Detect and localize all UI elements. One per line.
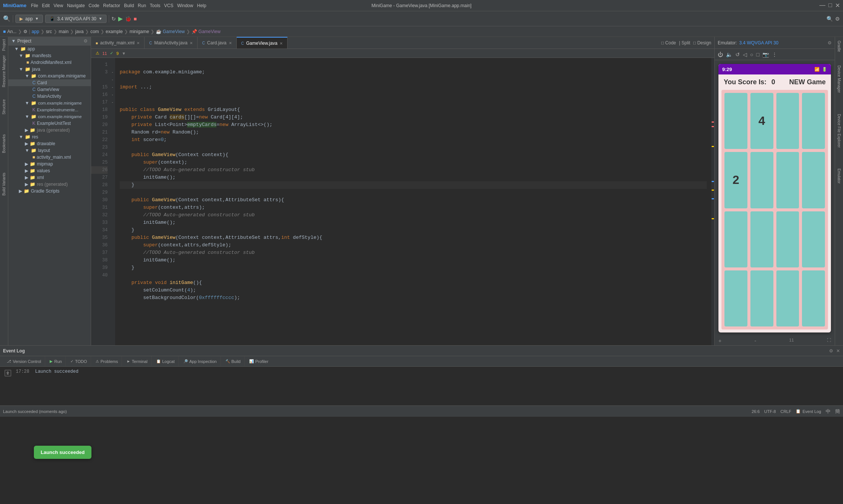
bottom-tab-todo[interactable]: ✓ TODO xyxy=(67,356,91,367)
cell-3-0[interactable] xyxy=(724,270,747,326)
tree-item-gradle[interactable]: ▶ 📁 Gradle Scripts xyxy=(8,188,91,194)
back-btn[interactable]: ◁ xyxy=(743,52,747,58)
crumb-src[interactable]: src xyxy=(46,29,52,34)
menu-vcs[interactable]: VCS xyxy=(164,3,173,8)
settings-button[interactable]: ⚙ xyxy=(835,16,840,22)
zoom-out-icon[interactable]: - xyxy=(755,338,756,344)
screenshot-btn[interactable]: 📷 xyxy=(762,52,769,58)
rotate-btn[interactable]: ↺ xyxy=(735,52,740,58)
cell-1-2[interactable] xyxy=(776,152,799,208)
menu-view[interactable]: View xyxy=(53,3,63,8)
cell-1-0[interactable]: 2 xyxy=(724,152,747,208)
cell-2-3[interactable] xyxy=(802,211,825,267)
tree-item-mainactivity[interactable]: C MainActivity xyxy=(8,93,91,100)
cell-0-1[interactable]: 4 xyxy=(750,93,773,149)
resource-manager-btn[interactable]: Resource Manager xyxy=(1,53,7,90)
breadcrumb-settings[interactable]: ⚙ xyxy=(23,29,27,34)
tree-item-package1[interactable]: ▼ 📁 com.example.minigame xyxy=(8,73,91,79)
tree-item-res[interactable]: ▼ 📁 res xyxy=(8,134,91,140)
build-variants-btn[interactable]: Build Variants xyxy=(1,170,7,198)
run-button[interactable]: ▶ xyxy=(118,15,123,22)
new-game-button[interactable]: NEW Game xyxy=(789,78,826,86)
menu-build[interactable]: Build xyxy=(124,3,134,8)
sync-button[interactable]: ↻ xyxy=(111,16,116,22)
tree-item-activity-xml[interactable]: ■ activity_main.xml xyxy=(8,154,91,161)
tab-mainactivity[interactable]: C MainActivity.java ✕ xyxy=(145,37,198,49)
crumb-java[interactable]: java xyxy=(75,29,84,34)
design-view-btn[interactable]: □ Design xyxy=(693,40,711,46)
menu-file[interactable]: File xyxy=(31,3,38,8)
tree-item-java[interactable]: ▼ 📁 java xyxy=(8,66,91,73)
menu-help[interactable]: Help xyxy=(197,3,206,8)
tree-item-androidmanifest[interactable]: ■ AndroidManifest.xml xyxy=(8,59,91,66)
tree-item-java-generated[interactable]: ▶ 📁 java (generated) xyxy=(8,127,91,134)
device-manager-btn[interactable]: Device Manager xyxy=(836,63,842,95)
tree-item-drawable[interactable]: ▶ 📁 drawable xyxy=(8,140,91,147)
bottom-tab-problems[interactable]: ⚠ Problems xyxy=(92,356,122,367)
menu-edit[interactable]: Edit xyxy=(42,3,50,8)
bottom-tab-terminal[interactable]: ► Terminal xyxy=(123,356,151,367)
fit-icon[interactable]: 11 xyxy=(789,338,794,344)
cell-3-2[interactable] xyxy=(776,270,799,326)
tree-item-xml-folder[interactable]: ▶ 📁 xml xyxy=(8,174,91,181)
event-log-status[interactable]: 📋 Event Log xyxy=(796,409,821,414)
close-button[interactable]: ✕ xyxy=(835,2,840,9)
crumb-com[interactable]: com xyxy=(90,29,99,34)
tab-close-gameview[interactable]: ✕ xyxy=(280,41,283,46)
zoom-in-icon[interactable]: + xyxy=(718,338,721,344)
tree-item-mipmap[interactable]: ▶ 📁 mipmap xyxy=(8,161,91,167)
crumb-gameview-class[interactable]: ☕ GameView xyxy=(156,29,185,34)
tab-activity-xml[interactable]: ■ activity_main.xml ✕ xyxy=(91,37,145,49)
cell-0-2[interactable] xyxy=(776,93,799,149)
menu-window[interactable]: Window xyxy=(177,3,193,8)
crumb-gameview-method[interactable]: 📌 GameView xyxy=(192,29,221,34)
code-editor-content[interactable]: package com.example.minigame; import ...… xyxy=(115,58,711,345)
project-arrow[interactable]: ▼ xyxy=(11,38,16,44)
bottom-tab-vcs[interactable]: ⎇ Version Control xyxy=(3,356,45,367)
tree-item-manifests[interactable]: ▼ 📁 manifests xyxy=(8,52,91,59)
tab-gameview[interactable]: C GameView.java ✕ xyxy=(237,37,288,49)
project-tool-btn[interactable]: Project xyxy=(1,37,7,53)
power-btn[interactable]: ⏻ xyxy=(718,52,723,58)
tree-item-values[interactable]: ▶ 📁 values xyxy=(8,167,91,174)
cell-1-1[interactable] xyxy=(750,152,773,208)
cell-1-3[interactable] xyxy=(802,152,825,208)
minimize-button[interactable]: — xyxy=(819,2,825,9)
structure-btn[interactable]: Structure xyxy=(1,97,7,117)
cell-0-3[interactable] xyxy=(802,93,825,149)
bottom-tab-run[interactable]: ▶ Run xyxy=(46,356,66,367)
tree-item-card[interactable]: C Card xyxy=(8,79,91,86)
expand-errors-btn[interactable]: ▼ xyxy=(122,51,126,56)
split-view-btn[interactable]: | Split xyxy=(679,40,690,46)
tab-close-main[interactable]: ✕ xyxy=(190,41,193,45)
cell-0-0[interactable] xyxy=(724,93,747,149)
app-dropdown[interactable]: ▶ app ▼ xyxy=(15,15,43,23)
tab-close-activity[interactable]: ✕ xyxy=(137,41,140,45)
project-gear-icon[interactable]: ⚙ xyxy=(84,38,88,44)
bookmarks-btn[interactable]: Bookmarks xyxy=(1,132,7,155)
tree-item-package3[interactable]: ▼ 📁 com.example.minigame xyxy=(8,113,91,120)
more-btn[interactable]: ⋮ xyxy=(772,52,777,58)
maximize-button[interactable]: □ xyxy=(828,2,832,9)
stop-button[interactable]: ■ xyxy=(134,16,137,22)
code-view-btn[interactable]: □ Code xyxy=(661,40,676,46)
search-everywhere-button[interactable]: 🔍 xyxy=(826,16,833,22)
tab-close-card[interactable]: ✕ xyxy=(229,41,232,45)
menu-navigate[interactable]: Navigate xyxy=(67,3,85,8)
cell-3-3[interactable] xyxy=(802,270,825,326)
tree-item-app[interactable]: ▼ 📁 app xyxy=(8,46,91,52)
emulator-settings-icon[interactable]: ⚙ xyxy=(828,40,832,46)
fold-markers[interactable]: - - - - - xyxy=(110,58,115,345)
event-log-settings[interactable]: ⚙ xyxy=(829,348,833,354)
event-log-close[interactable]: ✕ xyxy=(836,348,840,354)
tree-item-res-generated[interactable]: ▶ 📁 res (generated) xyxy=(8,181,91,188)
crumb-main[interactable]: main xyxy=(59,29,68,34)
debug-button[interactable]: 🐞 xyxy=(125,16,131,22)
recent-btn[interactable]: □ xyxy=(756,52,759,58)
tree-item-exampleunit[interactable]: K ExampleUnitTest xyxy=(8,120,91,127)
tree-item-package2[interactable]: ▼ 📁 com.example.minigame xyxy=(8,100,91,106)
bottom-tab-profiler[interactable]: 📊 Profiler xyxy=(245,356,272,367)
device-file-btn[interactable]: Device File Explorer xyxy=(836,112,842,150)
bottom-tab-inspection[interactable]: 🔎 App Inspection xyxy=(180,356,221,367)
cell-2-1[interactable] xyxy=(750,211,773,267)
